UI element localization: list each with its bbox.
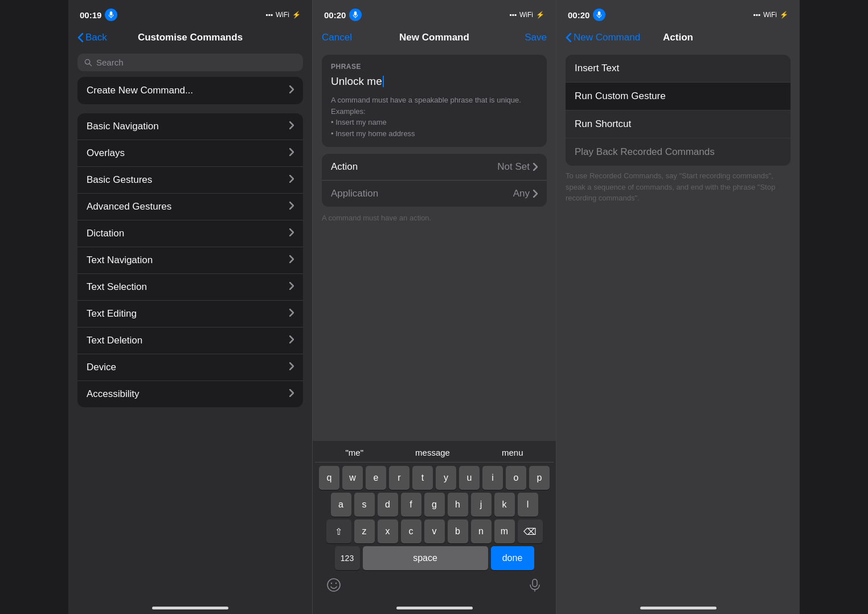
application-row[interactable]: Application Any [322,181,547,207]
key-t[interactable]: t [412,466,433,490]
key-q[interactable]: q [319,466,339,490]
status-time-1: 00:19 [80,10,101,20]
key-a[interactable]: a [331,493,351,517]
save-button[interactable]: Save [525,32,547,43]
search-container-1: Search [68,50,312,77]
chevron-icon-advanced-gestures [289,202,294,212]
suggestion-me[interactable]: "me" [346,448,364,457]
key-h[interactable]: h [448,493,468,517]
menu-item-advanced-gestures[interactable]: Advanced Gestures [77,194,303,220]
menu-item-device[interactable]: Device [77,354,303,381]
keyboard: "me" message menu q w e r t y u i o p a … [313,441,556,614]
chevron-right-action [533,163,538,171]
menu-item-text-editing[interactable]: Text Editing [77,301,303,328]
key-space[interactable]: space [363,546,488,570]
screen-3-action: 00:20 ▪▪▪ WiFi ⚡ New Command Action Inse… [556,0,800,614]
status-icons-1: ▪▪▪ WiFi ⚡ [265,11,301,19]
key-y[interactable]: y [436,466,456,490]
key-i[interactable]: i [482,466,503,490]
microphone-icon[interactable] [527,578,542,595]
key-x[interactable]: x [378,519,398,543]
suggestion-menu[interactable]: menu [502,448,523,457]
key-b[interactable]: b [448,519,468,543]
status-icons-2: ▪▪▪ WiFi ⚡ [509,11,544,19]
chevron-icon-accessibility [289,389,294,399]
key-z[interactable]: z [354,519,375,543]
chevron-icon-text-selection [289,282,294,292]
nav-bar-3: New Command Action [556,25,800,50]
key-u[interactable]: u [459,466,480,490]
svg-point-8 [335,583,337,584]
search-icon-1 [84,59,92,67]
menu-item-basic-gestures[interactable]: Basic Gestures [77,167,303,194]
chevron-icon-device [289,362,294,373]
create-new-command-button[interactable]: Create New Command... [77,77,303,104]
key-delete[interactable]: ⌫ [518,519,543,543]
svg-line-3 [89,64,92,66]
status-bar-1: 00:19 ▪▪▪ WiFi ⚡ [68,0,312,25]
action-option-run-shortcut[interactable]: Run Shortcut [566,110,791,138]
emoji-icon[interactable] [326,578,341,595]
key-numbers[interactable]: 123 [335,546,360,570]
application-value: Any [513,188,538,199]
mic-badge-3 [593,9,605,21]
action-row[interactable]: Action Not Set [322,154,547,181]
svg-point-2 [85,59,89,64]
key-c[interactable]: c [401,519,421,543]
mic-badge-2 [349,9,362,21]
nav-title-3: Action [663,32,693,43]
phrase-hint: A command must have a speakable phrase t… [331,95,538,139]
home-indicator-1 [152,607,228,609]
menu-item-basic-navigation[interactable]: Basic Navigation [77,113,303,140]
text-cursor [383,76,384,87]
cancel-button[interactable]: Cancel [322,32,352,43]
key-g[interactable]: g [424,493,445,517]
menu-item-overlays[interactable]: Overlays [77,140,303,167]
key-e[interactable]: e [366,466,386,490]
create-btn-label: Create New Command... [87,85,193,96]
keyboard-row-3: ⇧ z x c v b n m ⌫ [315,519,554,543]
chevron-icon-basic-gestures [289,175,294,185]
key-f[interactable]: f [401,493,421,517]
phrase-input[interactable]: Unlock me [331,75,538,88]
key-p[interactable]: p [529,466,550,490]
key-v[interactable]: v [424,519,445,543]
key-d[interactable]: d [378,493,398,517]
back-button-3[interactable]: New Command [566,32,640,43]
key-l[interactable]: l [518,493,538,517]
suggestion-message[interactable]: message [415,448,450,457]
nav-bar-2: Cancel New Command Save [313,25,556,50]
key-shift[interactable]: ⇧ [326,519,351,543]
action-option-play-back-recorded[interactable]: Play Back Recorded Commands [566,138,791,166]
status-bar-3: 00:20 ▪▪▪ WiFi ⚡ [556,0,800,25]
key-w[interactable]: w [342,466,363,490]
key-o[interactable]: o [506,466,526,490]
svg-rect-4 [354,11,357,16]
menu-item-dictation[interactable]: Dictation [77,220,303,247]
action-option-run-custom-gesture[interactable]: Run Custom Gesture [566,83,791,110]
nav-title-2: New Command [399,32,469,43]
application-label: Application [331,188,378,199]
key-m[interactable]: m [494,519,515,543]
action-option-insert-text[interactable]: Insert Text [566,55,791,83]
menu-item-text-selection[interactable]: Text Selection [77,274,303,301]
keyboard-bottom-icons [315,573,554,595]
key-k[interactable]: k [494,493,515,517]
status-icons-3: ▪▪▪ WiFi ⚡ [753,11,788,19]
back-button-1[interactable]: Back [77,32,107,43]
menu-item-text-navigation[interactable]: Text Navigation [77,247,303,274]
svg-point-6 [327,579,340,591]
key-n[interactable]: n [471,519,492,543]
key-s[interactable]: s [354,493,375,517]
search-bar-1[interactable]: Search [77,54,303,71]
key-done[interactable]: done [491,546,534,570]
menu-list-1: Basic Navigation Overlays Basic Gestures… [77,113,303,407]
key-r[interactable]: r [389,466,410,490]
menu-item-text-deletion[interactable]: Text Deletion [77,328,303,354]
menu-item-accessibility[interactable]: Accessibility [77,381,303,407]
chevron-icon-text-editing [289,309,294,319]
key-j[interactable]: j [471,493,492,517]
search-placeholder-1: Search [96,58,124,67]
chevron-right-icon-create [289,85,294,96]
keyboard-suggestions: "me" message menu [315,444,554,462]
